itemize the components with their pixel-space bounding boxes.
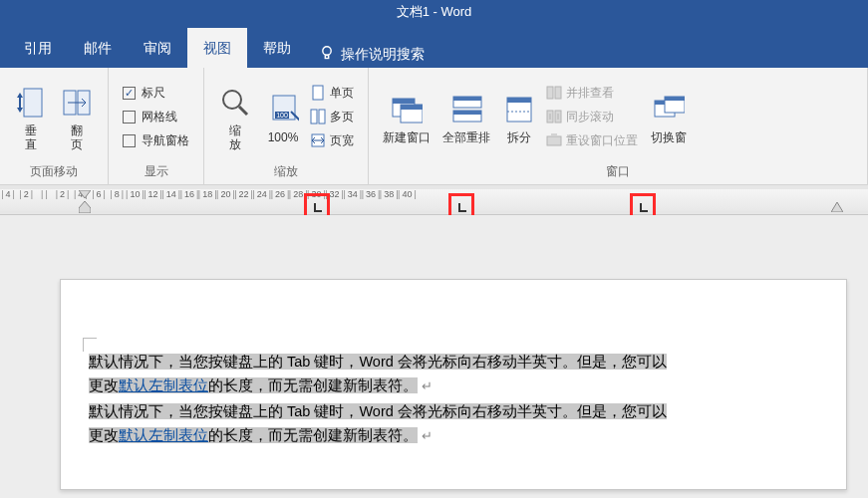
gridlines-checkbox[interactable]: 网格线 bbox=[123, 105, 189, 128]
title-bar: 文档1 - Word bbox=[0, 0, 868, 24]
tab-mail[interactable]: 邮件 bbox=[68, 28, 128, 68]
tab-view[interactable]: 视图 bbox=[187, 28, 247, 68]
ruler-label: 标尺 bbox=[142, 85, 165, 102]
group-show: ✓ 标尺 网格线 导航窗格 显示 bbox=[109, 68, 204, 184]
page-width-label: 页宽 bbox=[330, 132, 354, 149]
checkbox-icon bbox=[123, 134, 136, 147]
tab-cite[interactable]: 引用 bbox=[8, 28, 68, 68]
new-window-button[interactable]: 新建窗口 bbox=[378, 76, 435, 157]
page-margin-corner bbox=[83, 338, 97, 352]
tab-review[interactable]: 审阅 bbox=[128, 28, 187, 68]
reset-window-pos-label: 重设窗口位置 bbox=[566, 132, 638, 149]
new-window-label: 新建窗口 bbox=[383, 130, 431, 144]
ruler-tick: |28| bbox=[289, 189, 308, 199]
svg-rect-25 bbox=[547, 87, 553, 99]
gridlines-label: 网格线 bbox=[142, 109, 177, 125]
selected-text[interactable]: 更改默认左制表位的长度，而无需创建新制表符。 bbox=[89, 377, 418, 393]
switch-windows-icon bbox=[653, 90, 685, 129]
magnifier-icon bbox=[219, 83, 251, 123]
ruler-tick: || bbox=[41, 189, 48, 199]
svg-rect-1 bbox=[325, 56, 328, 59]
ruler-tick: |14| bbox=[161, 189, 180, 199]
switch-windows-button[interactable]: 切换窗 bbox=[645, 76, 693, 157]
reset-window-pos-button: 重设窗口位置 bbox=[546, 128, 638, 152]
hyperlink[interactable]: 默认左制表位 bbox=[119, 377, 208, 393]
page[interactable]: 默认情况下，当您按键盘上的 Tab 键时，Word 会将光标向右移动半英寸。但是… bbox=[60, 279, 847, 490]
paragraph[interactable]: 默认情况下，当您按键盘上的 Tab 键时，Word 会将光标向右移动半英寸。但是… bbox=[89, 350, 826, 397]
ruler-tick: |34| bbox=[343, 189, 362, 199]
selected-text[interactable]: 默认情况下，当您按键盘上的 Tab 键时，Word 会将光标向右移动半英寸。但是… bbox=[89, 403, 667, 419]
checkbox-icon: ✓ bbox=[123, 87, 136, 100]
multi-page-label: 多页 bbox=[330, 109, 354, 125]
svg-rect-23 bbox=[507, 98, 531, 103]
switch-windows-label: 切换窗 bbox=[651, 130, 687, 144]
group-page-move: 垂 直 翻 页 页面移动 bbox=[0, 68, 109, 184]
paragraph-mark-icon: ↵ bbox=[418, 378, 433, 393]
ruler-tick: |40| bbox=[398, 189, 417, 199]
arrange-all-label: 全部重排 bbox=[442, 130, 490, 144]
selected-text[interactable]: 默认情况下，当您按键盘上的 Tab 键时，Word 会将光标向右移动半英寸。但是… bbox=[89, 354, 667, 370]
flip-page-button[interactable]: 翻 页 bbox=[55, 76, 99, 157]
window-title: 文档1 - Word bbox=[397, 4, 472, 19]
document-area[interactable]: 默认情况下，当您按键盘上的 Tab 键时，Word 会将光标向右移动半英寸。但是… bbox=[0, 215, 868, 498]
svg-point-5 bbox=[223, 91, 241, 109]
group-show-label: 显示 bbox=[145, 161, 168, 182]
zoom-label: 缩 放 bbox=[229, 124, 241, 151]
ruler-checkbox[interactable]: ✓ 标尺 bbox=[123, 81, 189, 105]
split-label: 拆分 bbox=[507, 130, 531, 144]
vertical-page-button[interactable]: 垂 直 bbox=[9, 76, 53, 157]
one-page-label: 单页 bbox=[330, 85, 354, 102]
svg-rect-21 bbox=[453, 111, 481, 115]
horizontal-ruler[interactable]: |4||2||||2||4||6||8||10||12||14||16||18|… bbox=[0, 185, 868, 215]
hyperlink[interactable]: 默认左制表位 bbox=[119, 427, 208, 443]
svg-rect-11 bbox=[311, 110, 317, 124]
ruler-tick: |36| bbox=[362, 189, 381, 199]
svg-rect-29 bbox=[547, 136, 561, 145]
page-width-button[interactable]: 页宽 bbox=[310, 128, 354, 152]
ruler-tick: |8| bbox=[110, 189, 124, 199]
svg-rect-2 bbox=[24, 89, 42, 117]
vertical-label: 垂 直 bbox=[25, 124, 37, 151]
tab-help[interactable]: 帮助 bbox=[247, 28, 307, 68]
ruler-tick: |20| bbox=[216, 189, 235, 199]
svg-rect-33 bbox=[665, 97, 685, 101]
ruler-tick: |2| bbox=[56, 189, 70, 199]
checkbox-icon bbox=[123, 111, 136, 124]
tell-me-label: 操作说明搜索 bbox=[341, 46, 425, 64]
tab-stop-marker[interactable] bbox=[313, 202, 323, 216]
group-page-move-label: 页面移动 bbox=[30, 161, 78, 182]
navpane-checkbox[interactable]: 导航窗格 bbox=[123, 128, 189, 152]
ruler-tick: |24| bbox=[252, 189, 271, 199]
split-button[interactable]: 拆分 bbox=[497, 76, 541, 157]
tab-stop-marker[interactable] bbox=[639, 202, 649, 216]
ruler-tick: |22| bbox=[234, 189, 253, 199]
svg-rect-10 bbox=[313, 86, 323, 100]
flip-label: 翻 页 bbox=[71, 124, 83, 151]
hundred-pct-button[interactable]: 100 100% bbox=[259, 76, 307, 157]
svg-point-0 bbox=[323, 47, 331, 55]
one-page-button[interactable]: 单页 bbox=[310, 81, 354, 105]
sync-scroll-label: 同步滚动 bbox=[566, 109, 614, 125]
paragraph[interactable]: 默认情况下，当您按键盘上的 Tab 键时，Word 会将光标向右移动半英寸。但是… bbox=[89, 399, 826, 447]
tell-me-search[interactable]: 操作说明搜索 bbox=[307, 45, 436, 68]
ruler-tick: |10| bbox=[126, 189, 145, 199]
right-indent-marker[interactable] bbox=[831, 201, 843, 215]
ribbon: 垂 直 翻 页 页面移动 ✓ 标尺 网格线 bbox=[0, 68, 868, 185]
group-window: 新建窗口 全部重排 拆分 并排查看 bbox=[369, 68, 868, 184]
zoom-button[interactable]: 缩 放 bbox=[213, 76, 257, 157]
lightbulb-icon bbox=[319, 45, 335, 64]
multi-page-button[interactable]: 多页 bbox=[310, 105, 354, 128]
ruler-tick: |16| bbox=[180, 189, 199, 199]
first-line-indent-marker[interactable] bbox=[79, 187, 91, 201]
group-zoom: 缩 放 100 100% 单页 多页 页宽 bbox=[204, 68, 369, 184]
split-icon bbox=[503, 90, 535, 129]
arrange-all-button[interactable]: 全部重排 bbox=[437, 76, 495, 157]
selected-text[interactable]: 更改默认左制表位的长度，而无需创建新制表符。 bbox=[89, 427, 418, 443]
left-indent-marker[interactable] bbox=[79, 201, 91, 216]
ruler-tick: |4| bbox=[1, 189, 15, 199]
navpane-label: 导航窗格 bbox=[142, 132, 189, 149]
svg-rect-26 bbox=[555, 87, 561, 99]
tab-stop-marker[interactable] bbox=[457, 202, 467, 216]
group-window-label: 窗口 bbox=[606, 161, 630, 182]
paragraph-mark-icon: ↵ bbox=[418, 428, 433, 443]
